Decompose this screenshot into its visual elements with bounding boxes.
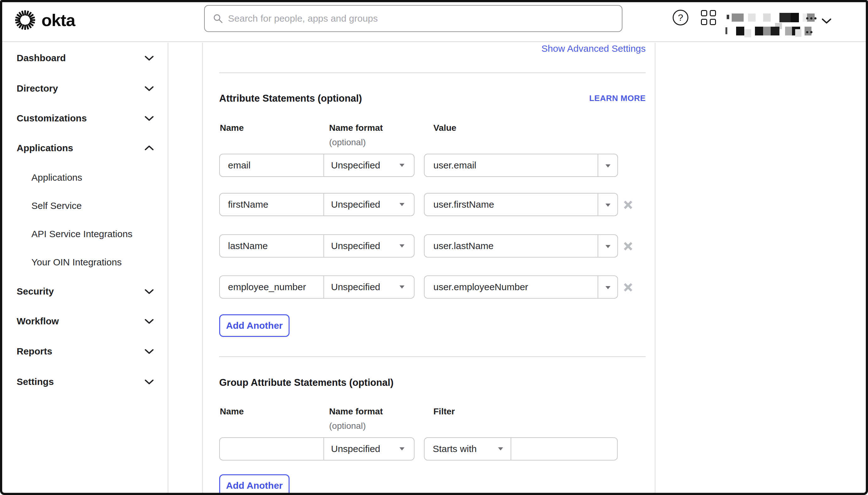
sidebar-item-security[interactable]: Security	[17, 283, 154, 300]
section-divider	[219, 356, 646, 357]
select-arrow-icon	[605, 204, 610, 207]
close-x-icon	[623, 200, 633, 210]
column-header-name: Name	[220, 407, 244, 416]
select-arrow-icon	[399, 164, 405, 167]
close-x-icon	[623, 241, 633, 251]
account-name-redacted[interactable]	[725, 11, 809, 36]
sidebar-subitem-applications[interactable]: Applications	[31, 169, 154, 186]
attribute-name-input[interactable]	[220, 276, 324, 298]
section-divider	[219, 72, 646, 73]
attribute-name-input[interactable]	[220, 193, 324, 216]
group-name-input[interactable]	[220, 438, 324, 460]
saml-settings-form: Show Advanced Settings Attribute Stateme…	[203, 42, 655, 493]
attribute-statements-title: Attribute Statements (optional)	[219, 93, 362, 104]
sidebar-item-label: Settings	[17, 376, 54, 387]
field-divider	[324, 276, 324, 298]
name-format-select[interactable]: Unspecified	[331, 193, 414, 216]
sidebar-item-reports[interactable]: Reports	[17, 343, 154, 359]
filter-value-input[interactable]	[514, 438, 616, 460]
attribute-value-text: user.firstName	[433, 193, 595, 216]
sidebar-item-applications[interactable]: Applications	[17, 140, 154, 156]
field-divider	[324, 235, 324, 257]
remove-row-button[interactable]	[622, 199, 634, 211]
select-arrow-icon	[605, 245, 610, 248]
search-input[interactable]	[223, 6, 622, 31]
sidebar-nav: Dashboard Directory Customizations Appli…	[2, 42, 168, 493]
column-header-value: Value	[433, 123, 456, 133]
field-divider	[324, 438, 324, 460]
select-arrow-icon	[498, 447, 503, 450]
sidebar-item-label: Reports	[17, 346, 52, 357]
field-divider	[597, 193, 598, 216]
global-search	[204, 5, 622, 32]
account-ellipsis2-icon	[806, 31, 813, 33]
sidebar-item-settings[interactable]: Settings	[17, 374, 154, 390]
filter-type-select[interactable]: Starts with	[425, 438, 511, 460]
add-another-group-attribute-button[interactable]: Add Another	[219, 474, 290, 493]
name-format-value: Unspecified	[331, 282, 380, 292]
account-chevron-down-icon[interactable]	[821, 17, 832, 25]
learn-more-link[interactable]: LEARN MORE	[589, 93, 646, 103]
sidebar-item-label: Security	[17, 286, 54, 297]
field-divider	[597, 276, 598, 298]
sidebar-subitem-label: Applications	[31, 172, 82, 183]
name-and-format-group: Unspecified	[219, 437, 414, 461]
remove-row-button[interactable]	[622, 240, 634, 253]
field-divider	[597, 235, 598, 257]
sidebar-subitem-self-service[interactable]: Self Service	[31, 198, 154, 214]
sidebar-subitem-your-oin-integrations[interactable]: Your OIN Integrations	[31, 254, 154, 270]
attribute-row: Unspecified user.firstName	[219, 193, 653, 216]
chevron-down-icon	[145, 86, 154, 91]
attribute-value-text: user.email	[433, 154, 595, 176]
close-x-icon	[623, 282, 633, 292]
sidebar-item-workflow[interactable]: Workflow	[17, 313, 154, 329]
attribute-name-input[interactable]	[220, 235, 324, 257]
attribute-row: Unspecified user.employeeNumber	[219, 275, 653, 298]
top-bar: okta ?	[2, 2, 866, 42]
sidebar-item-label: Directory	[17, 83, 58, 94]
select-arrow-icon	[399, 447, 405, 450]
sidebar-subitem-label: Your OIN Integrations	[31, 257, 121, 268]
add-another-attribute-button[interactable]: Add Another	[219, 314, 290, 337]
sidebar-subitem-api-service-integrations[interactable]: API Service Integrations	[31, 226, 154, 242]
column-header-name: Name	[220, 123, 244, 133]
name-format-select[interactable]: Unspecified	[331, 438, 414, 460]
column-header-optional-note: (optional)	[329, 421, 366, 431]
sidebar-item-directory[interactable]: Directory	[17, 80, 154, 97]
sidebar-item-dashboard[interactable]: Dashboard	[17, 50, 154, 66]
field-divider	[324, 154, 324, 176]
attribute-name-input[interactable]	[220, 154, 324, 176]
field-divider	[511, 438, 511, 460]
sidebar-item-customizations[interactable]: Customizations	[17, 110, 154, 126]
help-button[interactable]: ?	[673, 10, 688, 25]
name-and-format-group: Unspecified	[219, 234, 414, 258]
attribute-value-combobox[interactable]: user.lastName	[424, 234, 618, 258]
okta-logo[interactable]: okta	[14, 10, 75, 31]
name-format-value: Unspecified	[331, 444, 380, 454]
sidebar-item-label: Dashboard	[17, 53, 66, 63]
content-right-divider	[655, 42, 655, 493]
sidebar-subitem-label: API Service Integrations	[31, 229, 132, 239]
attribute-value-combobox[interactable]: user.firstName	[424, 193, 618, 216]
filter-type-value: Starts with	[425, 444, 477, 454]
question-mark-icon: ?	[678, 12, 683, 23]
column-header-name-format: Name format	[329, 407, 383, 416]
okta-admin-window: okta ?	[0, 0, 868, 495]
apps-grid-button[interactable]	[701, 10, 716, 25]
attribute-value-combobox[interactable]: user.employeeNumber	[424, 275, 618, 298]
search-icon	[213, 14, 223, 23]
name-format-select[interactable]: Unspecified	[331, 276, 414, 298]
select-arrow-icon	[605, 286, 610, 289]
name-format-select[interactable]: Unspecified	[331, 235, 414, 257]
chevron-up-icon	[145, 145, 154, 151]
chevron-down-icon	[145, 289, 154, 294]
field-divider	[324, 193, 324, 216]
name-and-format-group: Unspecified	[219, 154, 414, 177]
chevron-down-icon	[145, 55, 154, 61]
attribute-value-combobox[interactable]: user.email	[424, 154, 618, 177]
okta-wordmark: okta	[42, 10, 75, 30]
show-advanced-settings-link[interactable]: Show Advanced Settings	[541, 43, 646, 54]
name-format-select[interactable]: Unspecified	[331, 154, 414, 176]
remove-row-button[interactable]	[622, 281, 634, 294]
okta-starburst-icon	[14, 10, 36, 31]
